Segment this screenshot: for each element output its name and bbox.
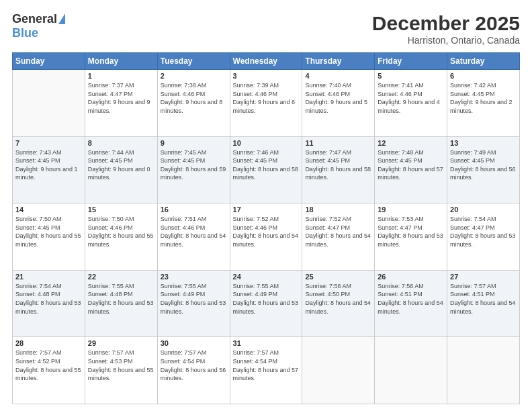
logo-blue-text: Blue [12, 26, 38, 40]
day-info: Sunrise: 7:52 AMSunset: 4:47 PMDaylight:… [305, 216, 371, 248]
table-row: 3 Sunrise: 7:39 AMSunset: 4:46 PMDayligh… [230, 70, 302, 137]
day-number: 26 [378, 273, 444, 281]
table-row: 21 Sunrise: 7:54 AMSunset: 4:48 PMDaylig… [13, 270, 85, 337]
day-info: Sunrise: 7:57 AMSunset: 4:51 PMDaylight:… [450, 283, 516, 315]
day-number: 12 [378, 139, 444, 147]
calendar-week-row: 14 Sunrise: 7:50 AMSunset: 4:45 PMDaylig… [13, 203, 520, 271]
table-row [375, 337, 447, 404]
table-row: 20 Sunrise: 7:54 AMSunset: 4:47 PMDaylig… [447, 203, 520, 271]
day-info: Sunrise: 7:52 AMSunset: 4:46 PMDaylight:… [233, 216, 299, 248]
day-number: 7 [15, 139, 82, 147]
header-sunday: Sunday [13, 53, 85, 70]
day-number: 15 [88, 205, 154, 214]
header-saturday: Saturday [447, 53, 520, 70]
table-row: 18 Sunrise: 7:52 AMSunset: 4:47 PMDaylig… [302, 203, 375, 271]
day-number: 11 [305, 139, 371, 147]
table-row: 1 Sunrise: 7:37 AMSunset: 4:47 PMDayligh… [85, 70, 157, 137]
day-info: Sunrise: 7:42 AMSunset: 4:45 PMDaylight:… [450, 82, 513, 114]
day-number: 5 [378, 72, 444, 80]
table-row: 27 Sunrise: 7:57 AMSunset: 4:51 PMDaylig… [447, 270, 520, 337]
day-number: 6 [450, 72, 517, 80]
day-number: 22 [88, 273, 154, 281]
header-wednesday: Wednesday [230, 53, 302, 70]
day-number: 31 [233, 339, 300, 347]
day-info: Sunrise: 7:50 AMSunset: 4:45 PMDaylight:… [15, 216, 81, 248]
day-number: 9 [161, 139, 227, 147]
day-number: 14 [15, 205, 82, 214]
table-row: 31 Sunrise: 7:57 AMSunset: 4:54 PMDaylig… [230, 337, 302, 404]
day-info: Sunrise: 7:57 AMSunset: 4:54 PMDaylight:… [233, 349, 299, 381]
table-row: 16 Sunrise: 7:51 AMSunset: 4:46 PMDaylig… [157, 203, 230, 271]
day-info: Sunrise: 7:51 AMSunset: 4:46 PMDaylight:… [161, 216, 226, 248]
table-row [447, 337, 520, 404]
day-info: Sunrise: 7:55 AMSunset: 4:48 PMDaylight:… [88, 283, 154, 315]
day-number: 8 [88, 139, 154, 147]
day-info: Sunrise: 7:56 AMSunset: 4:50 PMDaylight:… [305, 283, 371, 315]
table-row: 9 Sunrise: 7:45 AMSunset: 4:45 PMDayligh… [157, 136, 230, 203]
day-info: Sunrise: 7:45 AMSunset: 4:45 PMDaylight:… [161, 149, 226, 181]
table-row: 25 Sunrise: 7:56 AMSunset: 4:50 PMDaylig… [302, 270, 375, 337]
weekday-header-row: Sunday Monday Tuesday Wednesday Thursday… [13, 53, 520, 70]
day-info: Sunrise: 7:57 AMSunset: 4:52 PMDaylight:… [15, 349, 81, 381]
calendar-week-row: 7 Sunrise: 7:43 AMSunset: 4:45 PMDayligh… [13, 136, 520, 203]
day-number: 1 [88, 72, 154, 80]
day-info: Sunrise: 7:54 AMSunset: 4:48 PMDaylight:… [15, 283, 81, 315]
day-number: 23 [161, 273, 227, 281]
day-number: 4 [305, 72, 371, 80]
day-number: 19 [378, 205, 444, 214]
page: General Blue December 2025 Harriston, On… [0, 0, 532, 411]
table-row: 12 Sunrise: 7:48 AMSunset: 4:45 PMDaylig… [375, 136, 447, 203]
table-row: 13 Sunrise: 7:49 AMSunset: 4:45 PMDaylig… [447, 136, 520, 203]
day-number: 13 [450, 139, 517, 147]
day-info: Sunrise: 7:50 AMSunset: 4:46 PMDaylight:… [88, 216, 154, 248]
table-row [13, 70, 85, 137]
day-info: Sunrise: 7:47 AMSunset: 4:45 PMDaylight:… [305, 149, 371, 181]
table-row: 15 Sunrise: 7:50 AMSunset: 4:46 PMDaylig… [85, 203, 157, 271]
table-row: 30 Sunrise: 7:57 AMSunset: 4:54 PMDaylig… [157, 337, 230, 404]
table-row: 7 Sunrise: 7:43 AMSunset: 4:45 PMDayligh… [13, 136, 85, 203]
day-info: Sunrise: 7:49 AMSunset: 4:45 PMDaylight:… [450, 149, 516, 181]
table-row: 23 Sunrise: 7:55 AMSunset: 4:49 PMDaylig… [157, 270, 230, 337]
day-info: Sunrise: 7:43 AMSunset: 4:45 PMDaylight:… [15, 149, 78, 181]
day-number: 24 [233, 273, 300, 281]
table-row: 24 Sunrise: 7:55 AMSunset: 4:49 PMDaylig… [230, 270, 302, 337]
logo-general-text: General [12, 12, 57, 26]
day-info: Sunrise: 7:57 AMSunset: 4:53 PMDaylight:… [88, 349, 154, 381]
table-row: 2 Sunrise: 7:38 AMSunset: 4:46 PMDayligh… [157, 70, 230, 137]
day-number: 18 [305, 205, 371, 214]
title-section: December 2025 Harriston, Ontario, Canada [372, 12, 520, 46]
table-row: 8 Sunrise: 7:44 AMSunset: 4:45 PMDayligh… [85, 136, 157, 203]
day-info: Sunrise: 7:37 AMSunset: 4:47 PMDaylight:… [88, 82, 150, 114]
logo-triangle-icon [58, 13, 65, 24]
header-tuesday: Tuesday [157, 53, 230, 70]
day-number: 25 [305, 273, 371, 281]
calendar-week-row: 28 Sunrise: 7:57 AMSunset: 4:52 PMDaylig… [13, 337, 520, 404]
day-info: Sunrise: 7:40 AMSunset: 4:46 PMDaylight:… [305, 82, 367, 114]
day-number: 2 [161, 72, 227, 80]
table-row: 10 Sunrise: 7:46 AMSunset: 4:45 PMDaylig… [230, 136, 302, 203]
day-number: 28 [15, 339, 82, 347]
table-row: 14 Sunrise: 7:50 AMSunset: 4:45 PMDaylig… [13, 203, 85, 271]
table-row: 28 Sunrise: 7:57 AMSunset: 4:52 PMDaylig… [13, 337, 85, 404]
day-info: Sunrise: 7:46 AMSunset: 4:45 PMDaylight:… [233, 149, 299, 181]
table-row: 22 Sunrise: 7:55 AMSunset: 4:48 PMDaylig… [85, 270, 157, 337]
table-row: 11 Sunrise: 7:47 AMSunset: 4:45 PMDaylig… [302, 136, 375, 203]
day-info: Sunrise: 7:39 AMSunset: 4:46 PMDaylight:… [233, 82, 296, 114]
table-row: 6 Sunrise: 7:42 AMSunset: 4:45 PMDayligh… [447, 70, 520, 137]
day-info: Sunrise: 7:38 AMSunset: 4:46 PMDaylight:… [161, 82, 223, 114]
day-info: Sunrise: 7:57 AMSunset: 4:54 PMDaylight:… [161, 349, 226, 381]
table-row: 19 Sunrise: 7:53 AMSunset: 4:47 PMDaylig… [375, 203, 447, 271]
header-thursday: Thursday [302, 53, 375, 70]
day-number: 27 [450, 273, 517, 281]
calendar-week-row: 1 Sunrise: 7:37 AMSunset: 4:47 PMDayligh… [13, 70, 520, 137]
day-info: Sunrise: 7:44 AMSunset: 4:45 PMDaylight:… [88, 149, 150, 181]
header-friday: Friday [375, 53, 447, 70]
table-row: 5 Sunrise: 7:41 AMSunset: 4:46 PMDayligh… [375, 70, 447, 137]
day-number: 21 [15, 273, 82, 281]
table-row: 26 Sunrise: 7:56 AMSunset: 4:51 PMDaylig… [375, 270, 447, 337]
header-monday: Monday [85, 53, 157, 70]
day-info: Sunrise: 7:55 AMSunset: 4:49 PMDaylight:… [233, 283, 299, 315]
day-number: 20 [450, 205, 517, 214]
calendar-table: Sunday Monday Tuesday Wednesday Thursday… [12, 52, 520, 404]
day-number: 30 [161, 339, 227, 347]
